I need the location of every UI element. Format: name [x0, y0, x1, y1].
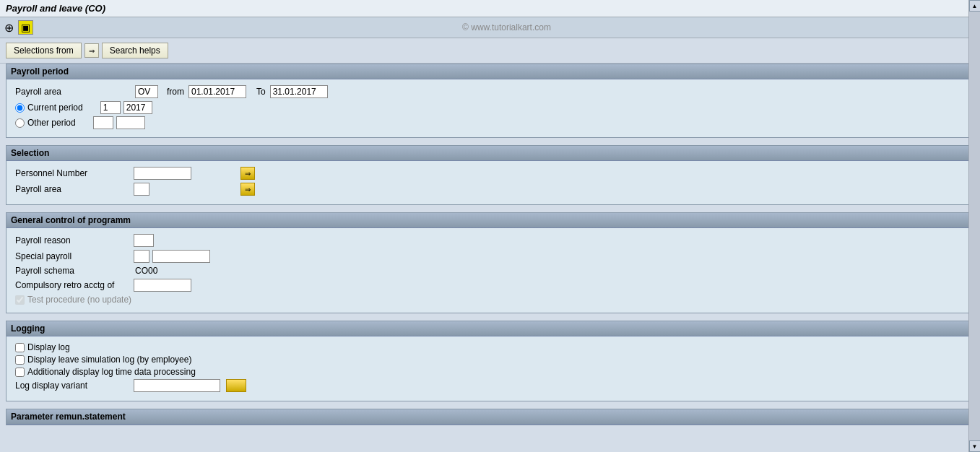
button-bar: Selections from ⇒ Search helps: [0, 38, 980, 64]
selection-payroll-area-label: Payroll area: [15, 184, 131, 194]
general-control-body: Payroll reason Special payroll Payroll s…: [6, 228, 974, 313]
display-leave-row: Display leave simulation log (by employe…: [15, 355, 965, 365]
payroll-reason-label: Payroll reason: [15, 235, 131, 245]
additionally-row: Additionaly display log time data proces…: [15, 367, 965, 377]
additionally-checkbox[interactable]: [15, 368, 25, 377]
payroll-schema-value: CO00: [135, 266, 157, 276]
logging-body: Display log Display leave simulation log…: [6, 336, 974, 401]
current-period-radio[interactable]: [15, 103, 25, 113]
test-procedure-checkbox[interactable]: [15, 295, 25, 305]
title-bar: Payroll and leave (CO): [0, 0, 980, 17]
other-period-label: Other period: [27, 118, 76, 128]
from-date-input[interactable]: [188, 85, 246, 98]
scrollbar[interactable]: ▲ ▼: [968, 0, 980, 429]
payroll-schema-row: Payroll schema CO00: [15, 266, 965, 276]
payroll-period-header: Payroll period: [6, 64, 974, 79]
current-period-val2[interactable]: [123, 101, 152, 114]
selection-section: Selection Personnel Number ⇒ Payroll are…: [6, 145, 974, 205]
payroll-schema-label: Payroll schema: [15, 266, 131, 276]
selection-body: Personnel Number ⇒ Payroll area ⇒: [6, 161, 974, 204]
page-title: Payroll and leave (CO): [6, 3, 105, 14]
log-display-row: Log display variant: [15, 379, 965, 392]
display-log-row: Display log: [15, 342, 965, 352]
parameter-header: Parameter remun.statement: [6, 409, 974, 425]
current-period-row: Current period: [15, 101, 965, 114]
display-log-label: Display log: [27, 342, 70, 352]
back-icon[interactable]: ⊕: [4, 21, 14, 35]
compulsory-retro-input[interactable]: [134, 279, 191, 292]
parameter-section: Parameter remun.statement: [6, 409, 974, 425]
other-period-row: Other period: [15, 116, 965, 129]
other-period-radio[interactable]: [15, 118, 25, 128]
to-label: To: [256, 87, 266, 97]
logging-section: Logging Display log Display leave simula…: [6, 321, 974, 401]
from-label: from: [167, 87, 184, 97]
personnel-number-input[interactable]: [134, 167, 191, 180]
log-display-input[interactable]: [134, 379, 220, 392]
logging-header: Logging: [6, 321, 974, 336]
payroll-period-body: Payroll area from To Current period Othe…: [6, 79, 974, 137]
personnel-number-row: Personnel Number ⇒: [15, 167, 965, 180]
display-leave-checkbox[interactable]: [15, 355, 25, 365]
payroll-area-input[interactable]: [135, 85, 158, 98]
compulsory-retro-row: Compulsory retro acctg of: [15, 279, 965, 292]
special-payroll-label: Special payroll: [15, 251, 131, 261]
selections-from-button[interactable]: Selections from: [6, 43, 82, 58]
special-payroll-row: Special payroll: [15, 250, 965, 263]
save-icon[interactable]: ▣: [18, 20, 33, 35]
payroll-reason-input[interactable]: [134, 234, 154, 247]
current-period-label: Current period: [27, 103, 83, 113]
special-payroll-input1[interactable]: [134, 250, 149, 263]
personnel-number-arrow-btn[interactable]: ⇒: [240, 167, 255, 180]
main-content: Payroll period Payroll area from To Curr…: [0, 64, 980, 429]
payroll-area-row: Payroll area from To: [15, 85, 965, 98]
watermark: © www.tutorialkart.com: [38, 22, 976, 32]
display-leave-label: Display leave simulation log (by employe…: [27, 355, 191, 365]
other-period-val1[interactable]: [93, 116, 113, 129]
other-period-val2[interactable]: [116, 116, 145, 129]
personnel-number-label: Personnel Number: [15, 168, 131, 178]
arrow-right-icon[interactable]: ⇒: [84, 43, 99, 58]
log-display-label: Log display variant: [15, 381, 131, 391]
special-payroll-input2[interactable]: [152, 250, 210, 263]
payroll-period-section: Payroll period Payroll area from To Curr…: [6, 64, 974, 138]
search-helps-button[interactable]: Search helps: [102, 43, 168, 58]
to-date-input[interactable]: [270, 85, 328, 98]
selection-payroll-area-row: Payroll area ⇒: [15, 183, 965, 196]
selection-header: Selection: [6, 146, 974, 161]
payroll-reason-row: Payroll reason: [15, 234, 965, 247]
test-procedure-label: Test procedure (no update): [27, 295, 131, 305]
payroll-area-label: Payroll area: [15, 87, 131, 97]
general-control-header: General control of programm: [6, 213, 974, 228]
general-control-section: General control of programm Payroll reas…: [6, 212, 974, 313]
compulsory-retro-label: Compulsory retro acctg of: [15, 280, 131, 290]
test-procedure-row: Test procedure (no update): [15, 295, 965, 305]
current-period-val1[interactable]: [100, 101, 121, 114]
additionally-label: Additionaly display log time data proces…: [27, 367, 196, 377]
selection-payroll-area-input[interactable]: [134, 183, 149, 196]
scroll-track: [970, 12, 980, 429]
log-display-btn[interactable]: [226, 379, 246, 392]
display-log-checkbox[interactable]: [15, 343, 25, 352]
toolbar: ⊕ ▣ © www.tutorialkart.com: [0, 17, 980, 38]
payroll-area-arrow-btn[interactable]: ⇒: [240, 183, 255, 196]
scroll-up-btn[interactable]: ▲: [969, 0, 981, 12]
